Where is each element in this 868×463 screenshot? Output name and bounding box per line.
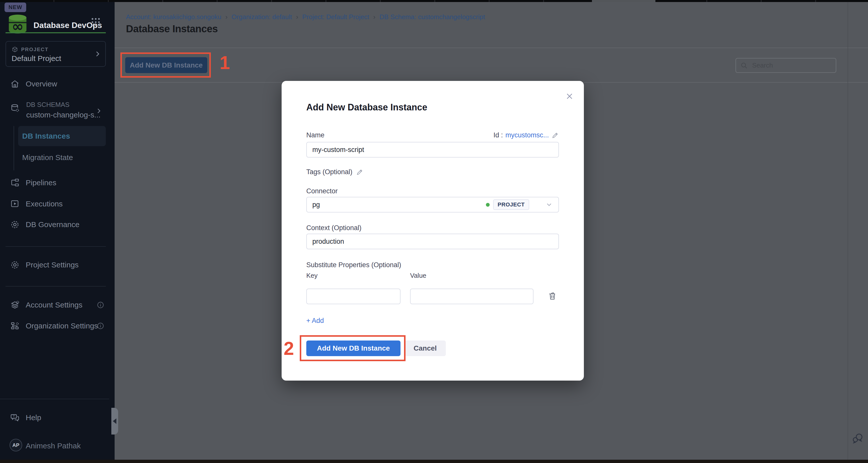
connector-select[interactable]: pg PROJECT — [306, 197, 559, 212]
executions-play-icon — [10, 199, 20, 209]
gear-icon — [10, 260, 20, 270]
header-divider — [115, 48, 868, 48]
browser-tab-strip — [0, 0, 868, 2]
context-label: Context (Optional) — [306, 224, 362, 232]
sidebar-item-account-settings[interactable]: Account Settings — [10, 300, 82, 310]
modal-title: Add New Database Instance — [306, 102, 427, 113]
chevron-right-icon — [94, 50, 101, 58]
project-label: PROJECT — [21, 47, 49, 52]
chevron-right-icon — [95, 107, 102, 114]
database-gear-icon — [10, 103, 20, 119]
key-label: Key — [306, 272, 318, 280]
search-box[interactable] — [736, 58, 836, 73]
breadcrumb-separator: › — [225, 13, 228, 21]
sidebar-item-organization-settings[interactable]: Organization Settings — [10, 321, 98, 331]
project-name: Default Project — [11, 54, 61, 63]
annotation-step2-number: 2 — [284, 339, 294, 358]
annotation-step1-number: 1 — [220, 53, 230, 72]
chevron-down-icon — [545, 201, 553, 208]
subnav-indent-line — [13, 126, 14, 170]
tags-row: Tags (Optional) — [306, 168, 364, 176]
breadcrumb-project[interactable]: Project: Default Project — [302, 13, 369, 21]
sidebar-item-executions[interactable]: Executions — [10, 199, 63, 209]
svg-text:?: ? — [13, 414, 15, 418]
add-property-link[interactable]: + Add — [306, 317, 324, 325]
close-icon[interactable] — [565, 91, 574, 101]
search-icon — [740, 61, 748, 69]
browser-active-tab — [592, 0, 655, 2]
sidebar-divider — [0, 399, 109, 399]
sidebar: NEW ∞ Database DevOps — [0, 2, 115, 460]
connector-label: Connector — [306, 187, 338, 195]
edit-pencil-icon[interactable] — [551, 132, 559, 139]
project-selector[interactable]: PROJECT Default Project — [5, 41, 106, 67]
project-cube-icon — [11, 46, 18, 53]
app-screen: NEW ∞ Database DevOps — [0, 0, 868, 463]
schema-name: custom-changelog-s... — [26, 111, 100, 119]
sidebar-item-db-schemas[interactable]: DB SCHEMAS custom-changelog-s... — [10, 101, 100, 119]
delete-row-button[interactable] — [547, 291, 558, 301]
trash-icon — [547, 291, 558, 301]
breadcrumb-organization[interactable]: Organization: default — [231, 13, 292, 21]
substitute-value-input[interactable] — [410, 289, 533, 304]
name-input[interactable] — [306, 142, 559, 157]
search-input[interactable] — [752, 61, 837, 69]
avatar[interactable]: AP — [9, 439, 22, 452]
breadcrumb-account[interactable]: Account: kurosakiichigo.songoku — [126, 13, 221, 21]
value-label: Value — [410, 272, 427, 280]
info-icon[interactable] — [96, 301, 104, 309]
gear-icon — [10, 220, 20, 229]
sidebar-item-db-instances[interactable]: DB Instances — [18, 126, 106, 146]
info-icon[interactable] — [96, 322, 104, 330]
breadcrumb-db-schema[interactable]: DB Schema: customchangelogscript — [380, 13, 485, 21]
page-title: Database Instances — [126, 23, 218, 34]
substitute-properties-label: Substitute Properties (Optional) — [306, 261, 401, 269]
collapse-arrow-icon — [113, 418, 116, 424]
help-chat-icon: ? — [10, 413, 20, 423]
schemas-section-label: DB SCHEMAS — [26, 101, 100, 109]
connector-value: pg — [312, 201, 320, 209]
annotation-box-step1 — [120, 52, 211, 78]
sidebar-item-help[interactable]: ? Help — [10, 413, 41, 423]
sidebar-collapse-handle[interactable] — [111, 408, 118, 435]
user-name[interactable]: Animesh Pathak — [26, 441, 81, 450]
new-badge: NEW — [4, 2, 26, 12]
annotation-box-step2 — [300, 335, 406, 361]
id-label: Id : — [493, 131, 503, 139]
sidebar-item-migration-state[interactable]: Migration State — [22, 153, 73, 162]
pipelines-icon — [10, 178, 20, 187]
name-row: Name Id : mycustomsc... — [306, 131, 559, 139]
status-dot — [486, 203, 490, 207]
substitute-key-input[interactable] — [306, 289, 401, 304]
context-input[interactable] — [306, 234, 559, 249]
layers-gear-icon — [10, 300, 20, 310]
breadcrumb-separator: › — [373, 13, 376, 21]
connector-scope-badge: PROJECT — [493, 199, 529, 210]
window-bottom-edge — [0, 460, 868, 463]
sidebar-divider — [5, 246, 106, 247]
tags-label: Tags (Optional) — [306, 168, 352, 176]
breadcrumb-separator: › — [296, 13, 298, 21]
home-icon — [10, 79, 20, 89]
id-value-link[interactable]: mycustomsc... — [505, 131, 549, 139]
sidebar-item-pipelines[interactable]: Pipelines — [10, 178, 56, 187]
support-chat-icon[interactable] — [852, 433, 864, 445]
cancel-button[interactable]: Cancel — [405, 341, 446, 356]
sidebar-item-project-settings[interactable]: Project Settings — [10, 260, 79, 270]
app-switcher-grid-icon[interactable] — [90, 17, 101, 28]
brand-divider — [5, 32, 106, 33]
name-label: Name — [306, 131, 324, 139]
sidebar-item-overview[interactable]: Overview — [10, 79, 57, 89]
scrollbar-track[interactable] — [847, 2, 848, 460]
edit-pencil-icon[interactable] — [356, 168, 364, 176]
sidebar-divider — [5, 286, 106, 287]
sidebar-item-db-governance[interactable]: DB Governance — [10, 220, 79, 229]
org-chart-gear-icon — [10, 321, 20, 331]
breadcrumb: Account: kurosakiichigo.songoku › Organi… — [126, 13, 485, 21]
